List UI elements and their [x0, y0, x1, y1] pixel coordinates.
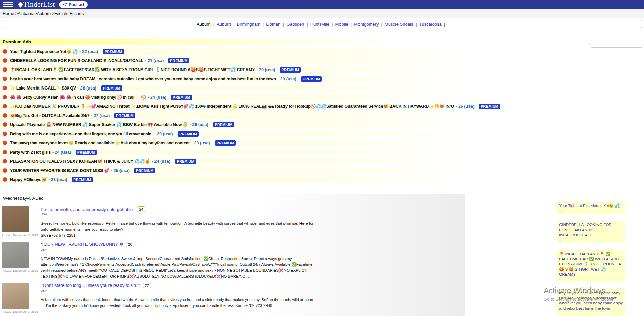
premium-ad-meta[interactable]: - 26 (usa) [190, 122, 208, 127]
age-badge: 20 [126, 242, 134, 247]
premium-ad-meta[interactable]: - 22 (usa) [79, 49, 98, 54]
listing-title-link[interactable]: Petite, brunette, and dangerously unforg… [41, 207, 134, 212]
premium-ad-meta[interactable]: - 23 (usa) [48, 177, 67, 182]
premium-ad-row[interactable]: ↑ hey its your best wettes petite baby D… [0, 76, 485, 82]
premium-ad-row[interactable]: ↑ Being with me is an experience—one tha… [0, 131, 485, 137]
premium-ad-row[interactable]: ↑ 😻Big Tits Girl - OUTCALL Available 24/… [0, 112, 485, 119]
city-link-birmingham[interactable]: Birmingham [237, 22, 260, 27]
premium-ad-meta[interactable]: - 21 (usa) [145, 58, 164, 63]
sidebar-ad-title[interactable]: 📍 INCALL OAKLAND 📍 ✅ FACETIME/CAR ✅ WITH… [559, 252, 623, 277]
post-ad-button[interactable]: Post ad [59, 1, 88, 8]
premium-ad-meta[interactable]: - 28 (usa) [78, 86, 96, 91]
premium-ad-title[interactable]: Upscale Playmate 🚨 NEW NUMBER 💦 Super So… [10, 122, 188, 127]
city-separator: | [381, 22, 382, 27]
premium-ad-meta[interactable]: - 27 (usa) [91, 113, 110, 118]
premium-ad-row[interactable]: ↑ Happy HOlidays🥳 - 23 (usa) PREMIUM [0, 176, 485, 183]
premium-ad-title[interactable]: The pawg that everyone loves😼 Ready and … [10, 140, 190, 145]
city-current: Auburn [197, 22, 211, 27]
city-link-gadsden[interactable]: Gadsden [287, 22, 305, 27]
premium-ad-meta[interactable]: - 25 (usa) [111, 168, 130, 173]
brand-name: TinderList [23, 0, 55, 9]
menu-hamburger-icon[interactable] [3, 2, 13, 7]
listing-item[interactable]: A lady for all occasions 38 USA [0, 313, 465, 316]
premium-badge: PREMIUM [213, 122, 234, 127]
sidebar-ad-title[interactable]: Your Tightest Experience Yet😼 💦 [559, 203, 623, 209]
listing-item[interactable]: Posted: December 3, 2025 YOUR NEW FAVORI… [0, 238, 465, 279]
premium-ad-meta[interactable]: - 29 (usa) [154, 132, 173, 136]
bump-up-icon: ↑ [3, 95, 7, 99]
sidebar-ad-box[interactable]: Your Tightest Experience Yet😼 💦 ... [557, 202, 625, 214]
premium-ad-row[interactable]: ↑ ✨ Lake Merritt INCALL✨ $80 QV - 28 (us… [0, 85, 485, 91]
premium-ad-row[interactable]: ↑ Party with 2 Hot girls - 24 (usa) PREM… [0, 149, 485, 155]
premium-badge: PREMIUM [175, 159, 196, 164]
premium-ad-title[interactable]: YOUR WINTER FAVORITE IS BACK DONT MISS 💕 [10, 168, 109, 173]
sidebar-ad-box[interactable]: 📍 INCALL OAKLAND 📍 ✅ FACETIME/CAR ✅ WITH… [557, 250, 625, 282]
premium-ad-row[interactable]: ↑ CINDERELLA LOOKING FOR FUN!!! OAKLAND!… [0, 57, 485, 64]
breadcrumb[interactable]: Home >Alabama>Auburn >Female Escorts [0, 9, 644, 18]
post-ad-label: Post ad [69, 2, 84, 7]
city-link-dothan[interactable]: Dothan [266, 22, 280, 27]
premium-badge: PREMIUM [114, 113, 135, 118]
city-separator: | [332, 22, 333, 27]
premium-ad-title[interactable]: hey its your best wettes petite baby DRE… [10, 77, 276, 81]
listing-photo[interactable] [2, 283, 29, 309]
premium-ad-row[interactable]: ↑ 🌺 🌺 Sexy CuRvy Asian 🌺 🌺 in call 🍑 vis… [0, 94, 485, 100]
premium-ad-row[interactable]: ↑ The pawg that everyone loves😼 Ready an… [0, 140, 485, 146]
premium-ad-row[interactable]: ↑ 📍INCALL OAKLAND📍 ✅FACETIME/CAR✅ WITH A… [0, 66, 485, 73]
posted-date: Posted: December 3, 2025 [2, 310, 38, 313]
listing-item[interactable]: Posted: December 3, 2025 "'Don't stare t… [0, 279, 465, 313]
city-link-muscle-shoals[interactable]: Muscle Shoals [385, 22, 413, 27]
premium-ad-row[interactable]: ↑ ✨K.O Daa NUMBER 🐰 PROVIDER 🧍✨💕AMAZING … [0, 103, 485, 110]
premium-ad-title[interactable]: CINDERELLA LOOKING FOR FUN!!! OAKLAND!!!… [10, 58, 143, 63]
premium-ad-title[interactable]: PLEASANTON OUTCALLS !! SEXY KOREAN😻 THIC… [10, 159, 150, 164]
listing-item[interactable]: Posted: December 3, 2025 Petite, brunett… [0, 203, 465, 238]
premium-ad-row[interactable]: ↑ Upscale Playmate 🚨 NEW NUMBER 💦 Super … [0, 121, 485, 128]
premium-ad-meta[interactable]: - 20 (usa) [278, 77, 296, 81]
brand-logo[interactable]: TinderList [18, 0, 55, 9]
premium-badge: PREMIUM [178, 131, 199, 137]
premium-ads-heading: Premium Ads [0, 39, 485, 45]
bump-up-icon: ↑ [3, 58, 7, 63]
bump-up-icon: ↑ [3, 159, 7, 163]
premium-ad-title[interactable]: 😻Big Tits Girl - OUTCALL Available 24/7 [10, 113, 89, 118]
city-link-montgomery[interactable]: Montgomery [354, 22, 379, 27]
posted-date: Posted: December 3, 2025 [2, 234, 38, 237]
city-separator: | [351, 22, 352, 27]
premium-ad-meta[interactable]: - 24 (usa) [148, 95, 166, 100]
premium-ad-meta[interactable]: - 29 (usa) [256, 67, 275, 72]
sidebar-ad-box[interactable]: CINDERELLA LOOKING FOR FUN!!! OAKLAND!!!… [557, 221, 625, 243]
premium-ad-row[interactable]: ↑ YOUR WINTER FAVORITE IS BACK DONT MISS… [0, 167, 485, 174]
premium-ad-title[interactable]: Happy HOlidays🥳 [10, 177, 47, 182]
country-label: USA [41, 213, 317, 216]
premium-ad-meta[interactable]: - 26 (usa) [456, 104, 474, 109]
premium-ad-title[interactable]: Party with 2 Hot girls [10, 150, 51, 155]
sidebar-ad-title[interactable]: CINDERELLA LOOKING FOR FUN!!! OAKLAND!!!… [559, 222, 623, 238]
sidebar-ad-title[interactable]: hey its your best wettes petite baby DRE… [559, 291, 623, 311]
premium-ad-title[interactable]: ✨K.O Daa NUMBER 🐰 PROVIDER 🧍✨💕AMAZING Th… [10, 104, 454, 109]
premium-ad-title[interactable]: Being with me is an experience—one that … [10, 132, 152, 136]
premium-ad-row[interactable]: ↑ PLEASANTON OUTCALLS !! SEXY KOREAN😻 TH… [0, 158, 485, 164]
city-link-huntsville[interactable]: Huntsville [310, 22, 329, 27]
premium-ad-title[interactable]: 🌺 🌺 Sexy CuRvy Asian 🌺 🌺 in call 🍑 visit… [10, 95, 146, 100]
bump-up-icon: ↑ [3, 150, 7, 154]
premium-ad-title[interactable]: 📍INCALL OAKLAND📍 ✅FACETIME/CAR✅ WITH A S… [10, 67, 255, 72]
listing-title-link[interactable]: "'Don't stare too long... unless you're … [41, 283, 140, 288]
premium-sidebar: Your Tightest Experience Yet😼 💦 ... CIND… [557, 202, 625, 316]
city-link-mobile[interactable]: Mobile [335, 22, 348, 27]
listing-photo[interactable] [2, 206, 29, 232]
premium-ad-title[interactable]: Your Tightest Experience Yet😼 💦 [10, 49, 78, 54]
premium-ad-meta[interactable]: - 24 (usa) [52, 150, 71, 155]
premium-ad-title[interactable]: ✨ Lake Merritt INCALL✨ $80 QV [10, 85, 76, 91]
horizontal-scrollbar[interactable] [590, 44, 643, 48]
sidebar-ad-box[interactable]: hey its your best wettes petite baby DRE… [557, 289, 625, 316]
city-separator: | [213, 22, 214, 27]
listing-photo[interactable] [2, 242, 29, 268]
premium-ad-row[interactable]: ↑ Your Tightest Experience Yet😼 💦 - 22 (… [0, 48, 485, 55]
city-link-auburn[interactable]: Auburn [217, 22, 231, 27]
city-link-tuscaloosa[interactable]: Tuscaloosa [419, 22, 442, 27]
listing-title-link[interactable]: YOUR NEW FAVORITE SNOWBUNNY ❄ [41, 242, 123, 247]
premium-badge: PREMIUM [215, 140, 236, 146]
premium-ad-meta[interactable]: - 23 (usa) [191, 141, 210, 145]
premium-ad-meta[interactable]: - 24 (usa) [152, 159, 170, 164]
bump-up-icon: ↑ [3, 104, 7, 108]
